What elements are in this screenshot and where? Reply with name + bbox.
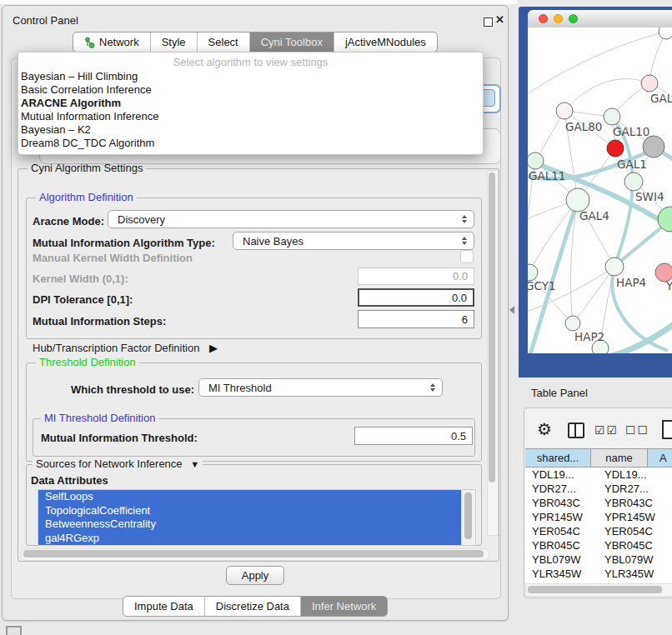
manual-kernel-checkbox[interactable]: [460, 250, 474, 263]
table-row[interactable]: YPR145W YPR145W 9.: [525, 510, 672, 524]
dropdown-item[interactable]: Bayesian – Hill Climbing: [18, 70, 483, 83]
network-window-titlebar[interactable]: [528, 10, 672, 28]
mi-threshold-field[interactable]: 0.5: [354, 427, 473, 445]
mi-threshold-legend: MI Threshold Definition: [41, 412, 158, 424]
app-top-strip: [0, 0, 517, 4]
select-all-columns-icon[interactable]: ☑☑: [594, 423, 619, 437]
deselect-all-columns-icon[interactable]: ☐☐: [625, 423, 649, 437]
threshold-definition-legend: Threshold Definition: [36, 357, 139, 368]
table-row[interactable]: YDR27... YDR27... 12: [525, 482, 672, 496]
node-swi4[interactable]: [624, 172, 643, 191]
node-gal4[interactable]: [566, 188, 589, 212]
network-canvas[interactable]: GAL GAL80 GAL10 GAL1 GAL11 SWI4 GAL4 GCY…: [528, 28, 672, 353]
node-label: GAL10: [613, 125, 649, 138]
close-panel-icon[interactable]: ✕: [495, 13, 504, 26]
dropdown-item[interactable]: Bayesian – K2: [18, 123, 483, 137]
node-label: GAL: [650, 92, 672, 105]
kernel-width-label: Kernel Width (0,1):: [33, 272, 128, 285]
node-gal-partial[interactable]: [641, 75, 658, 92]
cyni-settings-legend: Cyni Algorithm Settings: [28, 162, 146, 174]
table-panel-title: Table Panel: [531, 387, 588, 399]
table-row[interactable]: YER054C YER054C 8.: [525, 524, 672, 538]
aracne-mode-combobox[interactable]: Discovery: [108, 210, 474, 228]
expander-closed-icon: ▶: [209, 342, 218, 354]
combo-arrows-icon: [462, 215, 467, 223]
node-table: YDL19... YDL19... 13 YDR27... YDR27... 1…: [525, 468, 672, 583]
dropdown-item[interactable]: Basic Correlation Inference: [18, 83, 483, 97]
tab-jactivemnodules[interactable]: jActiveMNodules: [333, 32, 437, 52]
table-row[interactable]: YBL079W YBL079W: [525, 552, 672, 567]
mi-type-combobox[interactable]: Naive Bayes: [233, 232, 474, 250]
control-panel-window: Control Panel ✕ Network Style Select Cyn…: [2, 5, 509, 621]
combo-arrows-icon: [462, 237, 467, 245]
kernel-width-field[interactable]: 0.0: [358, 268, 474, 285]
node-gal10[interactable]: [604, 108, 620, 125]
node-label: HAP4: [616, 276, 646, 289]
node-label: Y: [665, 279, 672, 292]
dpi-tolerance-field[interactable]: 0.0: [358, 288, 474, 307]
collapsed-panel-icon[interactable]: [6, 626, 22, 635]
split-columns-icon[interactable]: [568, 422, 584, 438]
tab-impute-data[interactable]: Impute Data: [123, 597, 204, 616]
combo-arrows-icon: [430, 383, 435, 392]
list-item[interactable]: gal4RGexp: [38, 532, 461, 546]
top-tabbar: Network Style Select Cyni Toolbox jActiv…: [73, 32, 438, 52]
minimize-window-icon[interactable]: [554, 14, 563, 23]
column-header-name[interactable]: name: [591, 448, 648, 468]
table-body: YDL19... YDL19... 13 YDR27... YDR27... 1…: [525, 468, 672, 583]
tab-network[interactable]: Network: [73, 32, 150, 52]
node-gal11[interactable]: [528, 152, 544, 169]
tab-select[interactable]: Select: [197, 32, 249, 52]
settings-hscrollbar-thumb[interactable]: [23, 550, 484, 558]
dropdown-item[interactable]: Mutual Information Inference: [18, 110, 483, 123]
table-hscrollbar-thumb[interactable]: [528, 586, 662, 593]
mi-steps-label: Mutual Information Steps:: [33, 315, 166, 328]
table-row[interactable]: YBR045C YBR045C 9.: [525, 538, 672, 552]
close-window-icon[interactable]: [539, 14, 548, 23]
hub-expander[interactable]: Hub/Transcription Factor Definition ▶: [33, 342, 218, 354]
export-table-icon[interactable]: [662, 420, 672, 439]
node-gal80[interactable]: [556, 102, 573, 119]
node[interactable]: [659, 28, 672, 39]
gear-icon[interactable]: ⚙: [537, 421, 552, 438]
node-hap4[interactable]: [605, 258, 624, 276]
table-row[interactable]: YLR345W YLR345W 9.: [525, 567, 672, 581]
node-label: HAP2: [574, 330, 604, 343]
mi-type-value: Naive Bayes: [243, 235, 303, 248]
dropdown-item[interactable]: Dream8 DC_TDC Algorithm: [18, 137, 483, 150]
list-vscrollbar-thumb[interactable]: [464, 492, 472, 539]
dropdown-item-selected[interactable]: ARACNE Algorithm: [18, 97, 483, 110]
tab-discretize-data[interactable]: Discretize Data: [204, 597, 300, 616]
edge: [529, 200, 578, 272]
list-item[interactable]: SelfLoops: [38, 490, 461, 504]
list-vscrollbar[interactable]: [461, 490, 475, 545]
list-item[interactable]: BetweennessCentrality: [38, 518, 461, 532]
which-threshold-combobox[interactable]: MI Threshold: [198, 378, 443, 397]
float-panel-icon[interactable]: [484, 18, 493, 27]
mi-threshold-label: Mutual Information Threshold:: [41, 432, 198, 444]
column-header-shared-name[interactable]: shared...: [525, 448, 591, 468]
node-label: SWI4: [635, 190, 664, 203]
tab-infer-network[interactable]: Infer Network: [300, 597, 387, 616]
dpi-tolerance-label: DPI Tolerance [0,1]:: [33, 293, 133, 306]
expander-open-icon[interactable]: ▼: [190, 459, 199, 469]
node-gcy1[interactable]: [528, 264, 538, 281]
column-header-partial[interactable]: A: [648, 448, 672, 468]
panel-divider-grabber[interactable]: [509, 306, 514, 314]
settings-vscrollbar-thumb[interactable]: [489, 172, 495, 482]
table-row[interactable]: YDL19... YDL19... 13: [525, 468, 672, 482]
mi-steps-field[interactable]: 6: [358, 310, 474, 328]
algorithm-definition-legend: Algorithm Definition: [36, 192, 137, 203]
table-row[interactable]: YBR043C YBR043C: [525, 496, 672, 510]
data-attributes-label: Data Attributes: [31, 474, 108, 487]
apply-button[interactable]: Apply: [226, 566, 284, 585]
node-hap2[interactable]: [565, 316, 580, 331]
tab-style[interactable]: Style: [150, 32, 197, 52]
tab-cyni-toolbox[interactable]: Cyni Toolbox: [249, 32, 333, 52]
which-threshold-label: Which threshold to use:: [71, 383, 194, 396]
data-attributes-list: SelfLoops TopologicalCoefficient Between…: [38, 489, 476, 546]
maximize-window-icon[interactable]: [569, 14, 578, 23]
node-gal1[interactable]: [607, 140, 624, 157]
list-item[interactable]: TopologicalCoefficient: [38, 504, 461, 518]
node-gray[interactable]: [643, 136, 664, 158]
